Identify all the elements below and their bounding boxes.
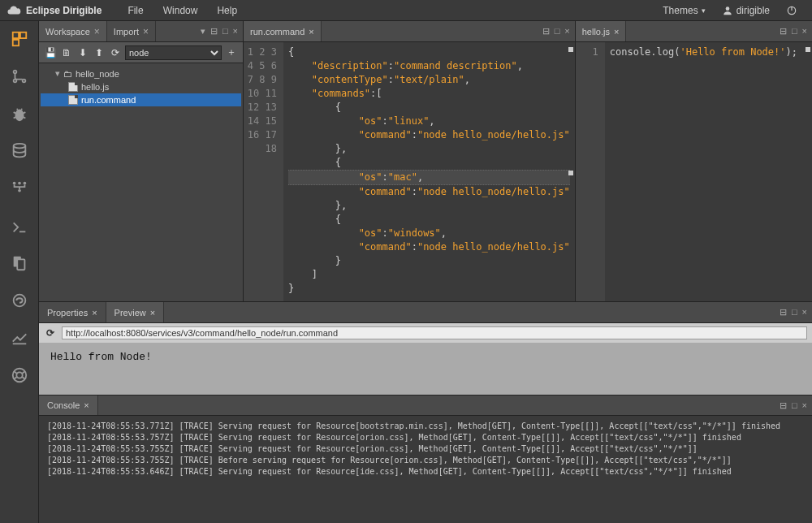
- code-area-left[interactable]: 1 2 3 4 5 6 7 8 9 10 11 12 13 14 15 16 1…: [244, 42, 575, 301]
- close-icon[interactable]: ×: [309, 27, 313, 37]
- overview-marker: [568, 171, 573, 175]
- upload-button[interactable]: ⬆: [93, 46, 106, 59]
- tab-preview[interactable]: Preview ×: [106, 302, 165, 322]
- minimize-icon[interactable]: ⊟: [778, 400, 788, 411]
- svg-rect-4: [19, 32, 25, 38]
- minimize-icon[interactable]: ⊟: [778, 26, 788, 37]
- activity-docs[interactable]: [8, 252, 31, 274]
- tab-workspace[interactable]: Workspace ×: [39, 21, 107, 41]
- activity-help[interactable]: [8, 364, 31, 387]
- code-area-right[interactable]: 1 console.log('Hello from Node!');: [576, 42, 812, 301]
- power-icon: [786, 5, 797, 16]
- caret-down-icon: ▾: [702, 6, 706, 15]
- tab-hellojs[interactable]: hello.js ×: [576, 21, 627, 41]
- menu-window[interactable]: Window: [153, 5, 208, 16]
- activity-database[interactable]: [8, 140, 31, 162]
- close-icon[interactable]: ×: [801, 400, 809, 411]
- user-icon: [722, 5, 733, 16]
- editor-left-tabs: run.command × ⊟ □ ×: [244, 21, 575, 42]
- svg-point-15: [20, 109, 22, 110]
- activity-operations[interactable]: [8, 326, 31, 349]
- maximize-icon[interactable]: □: [790, 26, 799, 37]
- dropdown-icon[interactable]: ▾: [199, 26, 207, 37]
- svg-line-27: [21, 371, 24, 374]
- close-icon[interactable]: ×: [84, 400, 89, 410]
- maximize-icon[interactable]: □: [790, 400, 799, 411]
- minimize-icon[interactable]: ⊟: [209, 26, 219, 37]
- overview-marker: [806, 47, 810, 52]
- activity-terminal[interactable]: [8, 214, 31, 237]
- close-icon[interactable]: ×: [801, 307, 809, 318]
- sidebar-tab-controls: ▾ ⊟ □ ×: [199, 26, 243, 37]
- main-area: Workspace × Import × ▾ ⊟ □ ×: [0, 21, 812, 523]
- svg-point-16: [13, 144, 25, 149]
- menu-file[interactable]: File: [118, 5, 153, 16]
- tab-console[interactable]: Console ×: [39, 395, 98, 415]
- svg-line-28: [14, 377, 17, 379]
- file-icon: [68, 95, 78, 105]
- export-button[interactable]: ⬇: [76, 46, 89, 59]
- tab-label: Properties: [47, 308, 88, 318]
- publish-button[interactable]: 🗎: [60, 46, 73, 59]
- file-tree: ▾ 🗀 hello_node hello.js run.command: [39, 63, 243, 301]
- svg-line-26: [14, 371, 17, 374]
- refresh-button[interactable]: ⟳: [109, 46, 122, 59]
- maximize-icon[interactable]: □: [553, 26, 562, 37]
- themes-dropdown[interactable]: Themes ▾: [654, 5, 713, 16]
- tree-folder-root[interactable]: ▾ 🗀 hello_node: [41, 67, 241, 80]
- tree-file-hello[interactable]: hello.js: [41, 80, 241, 93]
- tab-properties[interactable]: Properties ×: [39, 302, 106, 322]
- close-icon[interactable]: ×: [92, 308, 97, 318]
- gutter: 1: [576, 42, 605, 301]
- menubar: Eclipse Dirigible File Window Help Theme…: [0, 0, 812, 21]
- url-input[interactable]: [62, 326, 807, 339]
- maximize-icon[interactable]: □: [221, 26, 230, 37]
- console-body[interactable]: [2018-11-24T08:55:53.771Z] [TRACE] Servi…: [39, 416, 812, 523]
- minimize-icon[interactable]: ⊟: [778, 307, 788, 318]
- tab-runcommand[interactable]: run.command ×: [244, 21, 322, 41]
- close-icon[interactable]: ×: [614, 27, 619, 37]
- user-label: dirigible: [736, 5, 770, 16]
- console-tabs: Console × ⊟ □ ×: [39, 395, 812, 416]
- refresh-button[interactable]: ⟳: [44, 326, 57, 339]
- app-root: Eclipse Dirigible File Window Help Theme…: [0, 0, 812, 523]
- svg-point-24: [12, 369, 26, 383]
- svg-point-9: [15, 110, 24, 122]
- close-icon[interactable]: ×: [231, 26, 240, 37]
- activity-discussions[interactable]: [8, 289, 31, 312]
- activity-workbench[interactable]: [8, 28, 31, 50]
- save-button[interactable]: 💾: [44, 46, 57, 59]
- menu-help[interactable]: Help: [207, 5, 247, 16]
- close-icon[interactable]: ×: [563, 26, 571, 37]
- svg-rect-5: [12, 40, 18, 45]
- code[interactable]: console.log('Hello from Node!');: [605, 42, 812, 301]
- close-icon[interactable]: ×: [801, 26, 809, 37]
- sidebar-tabs: Workspace × Import × ▾ ⊟ □ ×: [39, 21, 243, 42]
- workspace-select[interactable]: node: [125, 45, 222, 60]
- console-tab-controls: ⊟ □ ×: [778, 400, 812, 411]
- svg-point-19: [23, 182, 26, 185]
- svg-point-0: [725, 6, 729, 11]
- tab-label: Preview: [114, 308, 146, 318]
- tab-import[interactable]: Import ×: [107, 21, 156, 41]
- tab-label: run.command: [250, 27, 304, 37]
- close-icon[interactable]: ×: [150, 308, 155, 318]
- close-icon[interactable]: ×: [94, 26, 100, 37]
- editor-right-controls: ⊟ □ ×: [778, 26, 812, 37]
- close-icon[interactable]: ×: [143, 26, 149, 37]
- file-icon: [68, 82, 78, 92]
- code-token: console.log: [610, 46, 674, 58]
- activity-git[interactable]: [8, 65, 31, 88]
- new-button[interactable]: ＋: [225, 46, 238, 59]
- activity-debug[interactable]: [8, 102, 31, 125]
- code[interactable]: { "description":"command description", "…: [283, 42, 575, 301]
- power-button[interactable]: [778, 5, 806, 16]
- activity-repository[interactable]: [8, 177, 31, 200]
- maximize-icon[interactable]: □: [790, 307, 799, 318]
- workspace-toolbar: 💾 🗎 ⬇ ⬆ ⟳ node ＋: [39, 42, 243, 63]
- lower-panels: Properties × Preview × ⊟ □ × ⟳: [39, 302, 812, 523]
- user-menu[interactable]: dirigible: [714, 5, 778, 16]
- minimize-icon[interactable]: ⊟: [541, 26, 551, 37]
- tree-file-runcommand[interactable]: run.command: [41, 93, 241, 106]
- upper-split: Workspace × Import × ▾ ⊟ □ ×: [39, 21, 812, 302]
